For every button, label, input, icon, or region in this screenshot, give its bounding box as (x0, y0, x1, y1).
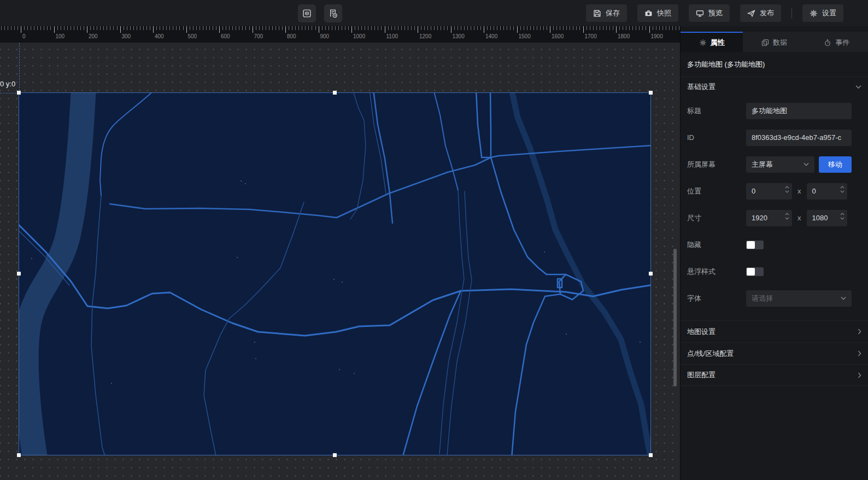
resize-handle-middle-left[interactable] (17, 272, 21, 276)
ruler-tick-minor (629, 26, 630, 30)
ruler-tick-minor (133, 26, 134, 30)
ruler-tick-minor (338, 26, 339, 30)
resize-handle-bottom-left[interactable] (17, 453, 21, 457)
history-panel-button[interactable] (324, 4, 342, 22)
ruler-tick-major (153, 26, 154, 33)
screen-select[interactable]: 主屏幕 (746, 156, 814, 173)
size-height-stepper[interactable]: 1080 (807, 210, 847, 226)
settings-button[interactable]: 设置 (802, 4, 843, 22)
gear-icon (810, 9, 818, 17)
stepper-arrows[interactable] (840, 213, 844, 220)
ruler-tick-label: 1800 (618, 33, 630, 39)
ruler-tick-minor (444, 26, 444, 30)
ruler-tick-major (285, 26, 286, 33)
stepper-arrows[interactable] (840, 186, 844, 193)
ruler-tick-minor (229, 26, 230, 30)
resize-handle-top-middle[interactable] (333, 91, 337, 95)
ruler-tick-minor (533, 26, 534, 30)
save-label: 保存 (606, 8, 620, 18)
ruler-tick-minor (388, 26, 389, 30)
ruler-tick-minor (77, 26, 78, 30)
resize-handle-top-right[interactable] (649, 91, 653, 95)
hover-style-toggle[interactable] (746, 267, 764, 276)
ruler-tick-minor (64, 26, 64, 30)
ruler-tick-minor (150, 26, 150, 30)
toolbar-right-group: 保存 快照 预览 (586, 4, 843, 22)
ruler-tick-label: 400 (155, 33, 164, 39)
ruler-tick-minor (623, 26, 623, 30)
components-panel-button[interactable] (298, 4, 316, 22)
ruler-tick-minor (626, 26, 626, 30)
size-width-stepper[interactable]: 1920 (746, 210, 792, 226)
ruler-tick-major (484, 26, 484, 33)
hidden-toggle[interactable] (746, 241, 764, 249)
position-y-stepper[interactable]: 0 (807, 183, 847, 200)
ruler-tick-minor (471, 26, 471, 30)
map-dot (255, 358, 256, 359)
ruler-tick-label: 1900 (651, 33, 663, 39)
ruler-tick-minor (216, 26, 216, 30)
ruler-tick-minor (480, 26, 481, 30)
resize-handle-middle-right[interactable] (649, 272, 653, 276)
position-x-stepper[interactable]: 0 (746, 183, 792, 200)
screen-label: 所属屏幕 (687, 160, 746, 169)
tab-properties[interactable]: 属性 (681, 32, 743, 52)
ruler-tick-minor (312, 26, 312, 30)
editor-canvas[interactable]: 0 y:0 (0, 43, 680, 480)
ruler-tick-label: 500 (188, 33, 197, 39)
id-input[interactable] (746, 130, 852, 146)
ruler-tick-minor (540, 26, 541, 30)
id-label: ID (687, 133, 746, 142)
tab-data[interactable]: 数据 (743, 32, 805, 52)
save-button[interactable]: 保存 (586, 4, 627, 22)
ruler-tick-minor (570, 26, 570, 30)
ruler-tick-minor (603, 26, 603, 30)
tab-events[interactable]: 事件 (806, 32, 868, 52)
basic-settings-section-header[interactable]: 基础设置 (681, 77, 868, 96)
ruler-tick-minor (90, 26, 91, 30)
preview-button[interactable]: 预览 (689, 4, 730, 22)
title-input[interactable] (746, 103, 852, 119)
stepper-arrows[interactable] (785, 213, 789, 220)
stepper-arrows[interactable] (785, 186, 789, 193)
canvas-scrollbar-thumb[interactable] (673, 249, 677, 387)
ruler-tick-minor (566, 26, 567, 30)
ruler-tick-minor (40, 26, 41, 30)
resize-handle-bottom-middle[interactable] (333, 453, 337, 457)
move-button[interactable]: 移动 (819, 156, 852, 173)
ruler-tick-minor (298, 26, 299, 30)
resize-handle-bottom-right[interactable] (649, 453, 653, 457)
resize-handle-top-left[interactable] (17, 91, 21, 95)
publish-button[interactable]: 发布 (740, 4, 781, 22)
ruler-tick-minor (527, 26, 527, 30)
map-dot (111, 383, 112, 384)
panel-tab-bar: 属性 数据 事件 (681, 32, 868, 52)
map-settings-section[interactable]: 地图设置 (681, 320, 868, 342)
map-component[interactable] (19, 93, 650, 455)
ruler-tick-minor (609, 26, 610, 30)
point-line-area-section[interactable]: 点/线/区域配置 (681, 342, 868, 364)
ruler-tick-minor (510, 26, 511, 30)
ruler-tick-minor (642, 26, 643, 30)
font-row: 字体 请选择 (687, 285, 852, 312)
ruler-tick-minor (497, 26, 497, 30)
ruler-tick-label: 200 (89, 33, 98, 39)
ruler-tick-minor (530, 26, 531, 30)
screen-row: 所属屏幕 主屏幕 移动 (687, 151, 852, 178)
font-select[interactable]: 请选择 (746, 290, 852, 307)
size-row: 尺寸 1920 x 1080 (687, 204, 852, 231)
copy-icon (761, 39, 769, 46)
snapshot-button[interactable]: 快照 (637, 4, 678, 22)
camera-icon (644, 9, 653, 17)
document-history-icon (329, 9, 338, 18)
ruler-tick-minor (1, 26, 2, 30)
map-dot (245, 183, 246, 184)
ruler-tick-minor (97, 26, 97, 30)
position-row: 位置 0 x 0 (687, 178, 852, 204)
tab-data-label: 数据 (773, 38, 787, 48)
ruler-tick-major (649, 26, 650, 33)
layer-config-section[interactable]: 图层配置 (681, 364, 868, 386)
preview-label: 预览 (708, 8, 723, 18)
font-label: 字体 (687, 294, 746, 303)
ruler-tick-minor (93, 26, 94, 30)
